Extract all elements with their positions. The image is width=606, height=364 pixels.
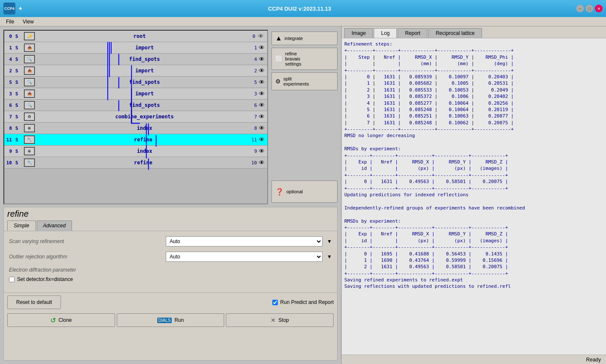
scan-varying-label: Scan varying refinement: [9, 238, 162, 244]
pipeline-row-import-2[interactable]: 2 S 📥 import 2 👁: [4, 65, 267, 77]
tab-advanced[interactable]: Advanced: [37, 221, 72, 231]
stop-icon: ✕: [271, 317, 276, 324]
eye-icon-11[interactable]: 👁: [259, 136, 267, 143]
eye-icon-9[interactable]: 👁: [259, 148, 267, 155]
pipeline-row-find-4[interactable]: 4 S 🔍 find_spots 4 👁: [4, 54, 267, 65]
row-icon-find-5: 🔍: [24, 78, 35, 86]
row-icon-root: 🔑: [24, 32, 35, 40]
integrate-icon: ▲: [275, 34, 282, 42]
row-icon-index-9: ⊕: [24, 147, 35, 155]
eye-icon-10[interactable]: 👁: [259, 159, 267, 166]
tab-image[interactable]: Image: [344, 28, 373, 38]
reset-button[interactable]: Reset to default: [7, 295, 61, 309]
reset-section: Reset to default: [7, 295, 61, 309]
bottom-toolbar: Reset to default Run Predict and Report: [4, 292, 337, 312]
row-icon-index-8: ⊕: [24, 124, 35, 132]
optional-icon: ❓: [275, 188, 284, 196]
titlebar-controls: ─ ◻ ✕: [576, 5, 603, 12]
set-detector-row: Set detector.fix=distance: [9, 276, 332, 282]
pipeline-row-index-9[interactable]: 9 S ⊕ index 9 👁: [4, 146, 267, 157]
clone-button[interactable]: ↺ Clone: [7, 313, 115, 327]
pipeline-row-index-8[interactable]: 8 S ⊕ index 8 👁: [4, 123, 267, 134]
eye-icon-6[interactable]: 👁: [259, 102, 267, 109]
integrate-button[interactable]: ▲ integrate: [271, 32, 338, 45]
status-text: Ready: [586, 357, 601, 363]
params-tabs: Simple Advanced: [4, 221, 337, 231]
pipeline-list: 0 S 🔑 root 0 👁 1 S 📥 import 1 👁: [4, 31, 267, 169]
pipeline-row-find-5[interactable]: 5 S 🔍 find_spots 5 👁: [4, 77, 267, 88]
row-icon-find-4: 🔍: [24, 55, 35, 63]
main-area: 0 S 🔑 root 0 👁 1 S 📥 import 1 👁: [0, 26, 606, 364]
left-panel: 0 S 🔑 root 0 👁 1 S 📥 import 1 👁: [0, 26, 341, 364]
scan-varying-row: Scan varying refinement Auto True False …: [9, 236, 332, 246]
scan-varying-select[interactable]: Auto True False: [166, 236, 323, 246]
dials-logo: DIALS: [157, 318, 172, 323]
titlebar-left: CCP4 ✦: [3, 3, 23, 14]
scan-varying-dropdown-icon: ▼: [327, 238, 332, 244]
row-icon-import-3: 📥: [24, 89, 35, 98]
params-panel: refine Simple Advanced Scan varying refi…: [3, 207, 338, 361]
clone-icon: ↺: [50, 316, 56, 324]
outlier-rejection-select[interactable]: Auto True False: [166, 252, 323, 262]
close-button[interactable]: ✕: [595, 5, 603, 12]
outlier-rejection-row: Outlier rejection algorithm Auto True Fa…: [9, 252, 332, 262]
pipeline-row-refine-11[interactable]: 11 S 🔧 refine 11 👁: [4, 134, 267, 146]
tab-simple[interactable]: Simple: [7, 221, 36, 231]
minimize-button[interactable]: ─: [576, 5, 584, 12]
tab-reciprocal[interactable]: Reciprocal lattice: [428, 28, 482, 38]
app-logo: CCP4: [3, 3, 15, 14]
pipeline-row-root[interactable]: 0 S 🔑 root 0 👁: [4, 31, 267, 42]
eye-icon-8[interactable]: 👁: [259, 125, 267, 132]
pipeline-container: 0 S 🔑 root 0 👁 1 S 📥 import 1 👁: [3, 30, 268, 204]
electron-diffraction-section: Electron diffraction parameter Set detec…: [9, 267, 332, 282]
eye-icon-5[interactable]: 👁: [259, 79, 267, 86]
outlier-dropdown-icon: ▼: [327, 254, 332, 260]
refine-bravais-icon: ⬜: [275, 55, 283, 62]
set-detector-label: Set detector.fix=distance: [17, 276, 73, 282]
row-icon-refine-11: 🔧: [24, 135, 35, 144]
set-detector-checkbox[interactable]: [9, 277, 14, 282]
row-icon-find-6: 🔍: [24, 101, 35, 109]
optional-button[interactable]: ❓ optional: [271, 181, 338, 203]
titlebar: CCP4 ✦ CCP4 DUI2 v:2023.11.13 ─ ◻ ✕: [0, 0, 606, 17]
refine-bravais-button[interactable]: ⬜ refine bravais settings: [271, 48, 338, 70]
row-icon-refine-10: 🔧: [24, 158, 35, 167]
eye-icon-2[interactable]: 👁: [259, 67, 267, 74]
row-icon-import-2: 📥: [24, 66, 35, 75]
action-buttons: ↺ Clone DIALS Run ✕ Stop: [4, 312, 337, 330]
eye-icon-1[interactable]: 👁: [259, 44, 267, 51]
tab-log[interactable]: Log: [374, 28, 397, 38]
split-icon: ⚙: [275, 78, 281, 85]
eye-icon-4[interactable]: 👁: [259, 56, 267, 63]
right-panel: Image Log Report Reciprocal lattice Refi…: [341, 26, 606, 364]
outlier-rejection-label: Outlier rejection algorithm: [9, 254, 162, 260]
eye-icon-3[interactable]: 👁: [259, 90, 267, 97]
log-content[interactable]: Refinement steps: +---------+--------+--…: [342, 38, 606, 355]
eye-icon-7[interactable]: 👁: [259, 113, 267, 120]
maximize-button[interactable]: ◻: [586, 5, 593, 12]
statusbar: Ready: [342, 355, 606, 364]
refine-title: refine: [4, 207, 337, 221]
stop-button[interactable]: ✕ Stop: [226, 313, 334, 327]
eye-icon-0[interactable]: 👁: [257, 33, 267, 40]
pipeline-row-combine-7[interactable]: 7 S ⚙ combine_experiments 7 👁: [4, 111, 267, 123]
pipeline-row-import-1[interactable]: 1 S 📥 import 1 👁: [4, 42, 267, 54]
pipeline-row-import-3[interactable]: 3 S 📥 import 3 👁: [4, 88, 267, 100]
menu-view[interactable]: View: [18, 18, 38, 26]
run-predict-checkbox[interactable]: [272, 300, 278, 305]
app-icon: ✦: [18, 5, 23, 12]
split-experiments-button[interactable]: ⚙ split experiments: [271, 72, 338, 90]
menubar: File View: [0, 17, 606, 26]
params-content: Scan varying refinement Auto True False …: [4, 231, 337, 291]
sidebar: ▲ integrate ⬜ refine bravais settings ⚙ …: [271, 30, 338, 204]
tab-report[interactable]: Report: [398, 28, 427, 38]
run-predict-check: Run Predict and Report: [272, 299, 334, 305]
menu-file[interactable]: File: [2, 18, 18, 26]
pipeline-row-find-6[interactable]: 6 S 🔍 find_spots 6 👁: [4, 100, 267, 111]
row-icon-combine-7: ⚙: [24, 112, 35, 121]
run-predict-label: Run Predict and Report: [280, 299, 334, 305]
app-title: CCP4 DUI2 v:2023.11.13: [23, 6, 576, 12]
row-icon-import-1: 📥: [24, 43, 35, 52]
run-button[interactable]: DIALS Run: [117, 313, 225, 327]
pipeline-row-refine-10[interactable]: 10 S 🔧 refine 10 👁: [4, 157, 267, 169]
